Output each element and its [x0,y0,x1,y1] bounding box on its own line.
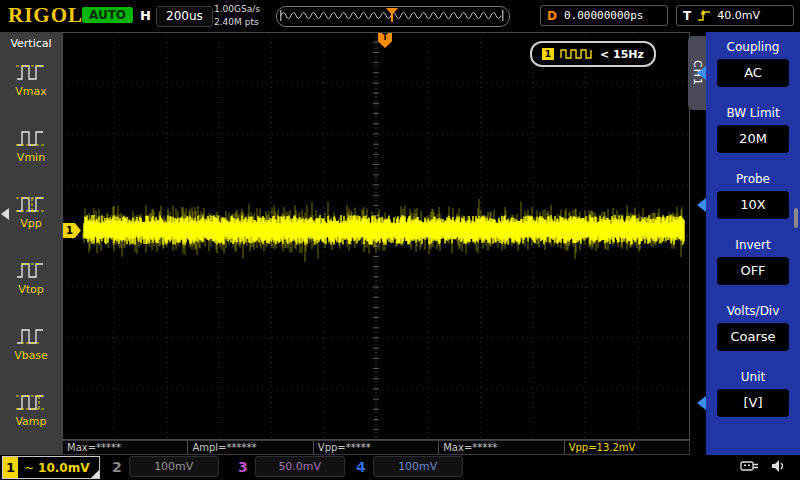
sidebar-item-label: Vpp [0,217,62,230]
vpp-icon [14,191,48,217]
strip-right-bound [502,10,504,21]
graticule-canvas [62,32,690,440]
measurement-slot-3[interactable]: Vpp=***** [313,441,438,454]
measure-sidebar: Vertical Vmax Vmin Vpp Vtop [0,32,62,455]
measurement-bar: Max=***** Ampl=****** Vpp=***** Max=****… [62,440,690,455]
timebase-readout[interactable]: 200us [156,6,213,27]
menu-arrow-2 [697,198,706,212]
sidebar-item-vtop[interactable]: Vtop [0,253,62,319]
menu-item-label: Unit [706,368,800,387]
delay-label: D [547,9,557,23]
vmin-icon [14,125,48,151]
menu-item-unit[interactable]: Unit [V] [706,368,800,434]
measurement-slot-1[interactable]: Max=***** [63,441,187,454]
sidebar-item-label: Vmax [0,85,62,98]
menu-item-coupling[interactable]: Coupling AC [706,38,800,104]
channel1-status[interactable]: 1 ~ 10.0mV [2,456,100,479]
pulse-train-icon [560,48,594,60]
sidebar-item-label: Vamp [0,415,62,428]
menu-item-bw-limit[interactable]: BW Limit 20M [706,104,800,170]
channel4-number: 4 [356,459,366,475]
sidebar-scroll-arrow[interactable] [1,208,9,220]
menu-item-value[interactable]: AC [717,59,789,87]
menu-item-volts-div[interactable]: Volts/Div Coarse [706,302,800,368]
menu-item-value[interactable]: 20M [717,125,789,153]
menu-arrow-0 [697,66,706,80]
delay-value: 0.00000000ps [564,9,643,22]
channel1-selected-indicator [91,470,99,478]
menu-item-invert[interactable]: Invert OFF [706,236,800,302]
system-icons [740,458,786,474]
strip-canvas [277,7,507,24]
run-status-badge: AUTO [82,7,133,23]
channel-status-bar: 1 ~ 10.0mV 2 100mV 3 50.0mV 4 100mV [0,455,800,480]
waveform-display: T 1 1 < 15Hz [62,32,690,440]
menu-item-label: Coupling [706,38,800,57]
sidebar-item-label: Vbase [0,349,62,362]
sidebar-item-vbase[interactable]: Vbase [0,319,62,385]
measurement-slot-4[interactable]: Max=***** [438,441,563,454]
channel2-scale: 100mV [129,456,219,477]
top-status-bar: RIGOL AUTO H 200us 1.00GSa/s 2.40M pts D… [0,0,800,32]
rigol-logo: RIGOL [8,3,83,28]
freq-badge-channel: 1 [542,48,554,60]
menu-item-value[interactable]: Coarse [717,323,789,351]
vbase-icon [14,323,48,349]
channel1-scale: 10.0mV [38,461,89,475]
vmax-icon [14,59,48,85]
speaker-icon[interactable] [770,458,786,474]
channel1-coupling-icon: ~ [24,461,34,475]
menu-arrow-5 [697,396,706,410]
sidebar-item-label: Vtop [0,283,62,296]
menu-item-value[interactable]: [V] [717,389,789,417]
trigger-level: 40.0mV [717,9,760,22]
menu-item-label: BW Limit [706,104,800,123]
menu-item-value[interactable]: OFF [717,257,789,285]
trigger-label: T [683,9,691,23]
channel2-status[interactable]: 2 100mV [112,456,219,477]
menu-item-probe[interactable]: Probe 10X [706,170,800,236]
channel4-scale: 100mV [373,456,463,477]
menu-item-value[interactable]: 10X [717,191,789,219]
sidebar-item-vamp[interactable]: Vamp [0,385,62,451]
sample-rate: 1.00GSa/s [214,3,260,16]
delay-readout: D 0.00000000ps [540,5,668,26]
trigger-readout: T 40.0mV [676,5,794,26]
trigger-marker-letter: T [382,33,387,42]
vamp-icon [14,389,48,415]
measurement-slot-5[interactable]: Vpp=13.2mV [564,441,689,454]
channel-menu: Coupling AC BW Limit 20M Probe 10X Inver… [706,32,800,455]
horizontal-position-strip[interactable] [276,6,510,27]
measurement-slot-2[interactable]: Ampl=****** [187,441,312,454]
channel3-status[interactable]: 3 50.0mV [238,456,345,477]
sidebar-item-label: Vmin [0,151,62,164]
freq-badge-value: < 15Hz [600,48,644,61]
channel-marker-number: 1 [66,225,73,236]
menu-item-label: Volts/Div [706,302,800,321]
usb-icon[interactable] [740,458,760,474]
sidebar-item-vmin[interactable]: Vmin [0,121,62,187]
sidebar-item-vmax[interactable]: Vmax [0,55,62,121]
trigger-frequency-badge: 1 < 15Hz [530,41,656,67]
sidebar-item-vpp[interactable]: Vpp [0,187,62,253]
channel4-status[interactable]: 4 100mV [356,456,463,477]
menu-page-indicator [794,208,798,228]
horizontal-label: H [140,8,151,23]
sidebar-title: Vertical [0,32,62,55]
menu-item-label: Probe [706,170,800,189]
strip-left-bound [280,10,282,21]
memory-depth: 2.40M pts [214,16,260,29]
channel2-number: 2 [112,459,122,475]
oscilloscope-screen: RIGOL AUTO H 200us 1.00GSa/s 2.40M pts D… [0,0,800,480]
acquisition-info: 1.00GSa/s 2.40M pts [214,3,260,29]
vtop-icon [14,257,48,283]
channel1-number: 1 [3,457,18,478]
menu-item-label: Invert [706,236,800,255]
trigger-slope-icon [697,9,711,22]
channel3-scale: 50.0mV [255,456,345,477]
channel3-number: 3 [238,459,248,475]
